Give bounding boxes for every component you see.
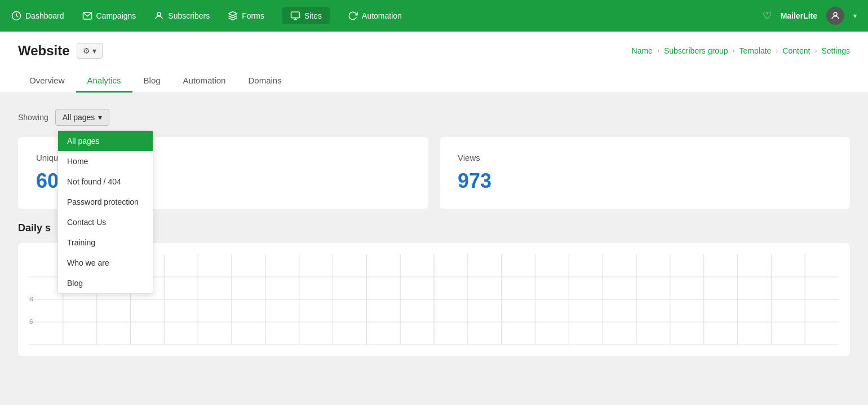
layers-icon — [228, 11, 238, 21]
breadcrumb-settings[interactable]: Settings — [821, 46, 850, 55]
dropdown-item-blog[interactable]: Blog — [58, 273, 153, 293]
nav-item-automation[interactable]: Automation — [348, 7, 402, 24]
gear-dropdown-chevron: ▾ — [92, 46, 96, 55]
dropdown-item-home[interactable]: Home — [58, 151, 153, 171]
dropdown-item-all-pages[interactable]: All pages — [58, 131, 153, 151]
nav-label-campaigns: Campaigns — [96, 11, 136, 20]
tab-automation[interactable]: Automation — [172, 70, 237, 93]
svg-point-2 — [157, 12, 161, 16]
nav-left: Dashboard Campaigns Subscribers Forms — [11, 7, 402, 24]
showing-label: Showing — [18, 113, 48, 122]
breadcrumb-subscribers-group[interactable]: Subscribers group — [664, 46, 728, 55]
tab-blog[interactable]: Blog — [132, 70, 172, 93]
avatar[interactable] — [826, 7, 844, 25]
dropdown-item-who-we-are[interactable]: Who we are — [58, 253, 153, 273]
stat-card-views: Views 973 — [440, 137, 850, 209]
dropdown-selected-label: All pages — [63, 113, 95, 122]
nav-label-subscribers: Subscribers — [168, 11, 210, 20]
dropdown-item-training[interactable]: Training — [58, 232, 153, 253]
nav-item-campaigns[interactable]: Campaigns — [82, 7, 136, 24]
clock-icon — [11, 11, 21, 21]
svg-marker-3 — [229, 12, 237, 16]
breadcrumb-sep-3: › — [776, 47, 778, 55]
nav-item-subscribers[interactable]: Subscribers — [154, 7, 210, 24]
sub-tabs: Overview Analytics Blog Automation Domai… — [18, 70, 850, 93]
mail-icon — [82, 11, 92, 21]
page-header: Website ⚙ ▾ Name › Subscribers group › T… — [0, 32, 868, 93]
nav-label-dashboard: Dashboard — [25, 11, 64, 20]
svg-point-7 — [834, 12, 837, 16]
account-chevron-icon[interactable]: ▾ — [853, 12, 857, 20]
breadcrumb-name[interactable]: Name — [632, 46, 653, 55]
pages-dropdown-menu: All pages Home Not found / 404 Password … — [57, 130, 153, 294]
nav-label-sites: Sites — [304, 11, 322, 20]
page-header-top: Website ⚙ ▾ Name › Subscribers group › T… — [18, 43, 850, 59]
page-title: Website — [18, 43, 70, 59]
nav-right: ♡ MailerLite ▾ — [763, 7, 857, 25]
breadcrumb-sep-4: › — [814, 47, 817, 55]
nav-label-automation: Automation — [362, 11, 402, 20]
tab-domains[interactable]: Domains — [237, 70, 293, 93]
heart-icon[interactable]: ♡ — [763, 10, 772, 22]
tab-overview[interactable]: Overview — [18, 70, 76, 93]
showing-row: Showing All pages ▾ All pages Home Not f… — [18, 109, 850, 126]
stat-value-views: 973 — [458, 169, 832, 193]
dropdown-item-contact-us[interactable]: Contact Us — [58, 212, 153, 232]
main-content: Showing All pages ▾ All pages Home Not f… — [0, 93, 868, 405]
top-navigation: Dashboard Campaigns Subscribers Forms — [0, 0, 868, 32]
breadcrumb-sep-2: › — [733, 47, 735, 55]
nav-item-sites[interactable]: Sites — [282, 7, 330, 24]
content-area: Showing All pages ▾ All pages Home Not f… — [0, 93, 868, 383]
dropdown-item-not-found[interactable]: Not found / 404 — [58, 171, 153, 192]
nav-item-forms[interactable]: Forms — [228, 7, 264, 24]
nav-label-forms: Forms — [242, 11, 264, 20]
user-icon — [154, 11, 164, 21]
nav-item-dashboard[interactable]: Dashboard — [11, 7, 64, 24]
refresh-icon — [348, 11, 358, 21]
svg-text:6: 6 — [29, 319, 33, 325]
breadcrumb: Name › Subscribers group › Template › Co… — [632, 46, 850, 55]
dropdown-item-password-protection[interactable]: Password protection — [58, 192, 153, 212]
breadcrumb-sep-1: › — [657, 47, 659, 55]
breadcrumb-content[interactable]: Content — [782, 46, 810, 55]
brand-label: MailerLite — [781, 11, 817, 20]
svg-rect-4 — [291, 12, 299, 18]
svg-text:8: 8 — [29, 296, 33, 302]
breadcrumb-template[interactable]: Template — [739, 46, 772, 55]
dropdown-chevron-icon: ▾ — [98, 113, 102, 122]
tab-analytics[interactable]: Analytics — [76, 70, 132, 93]
gear-icon: ⚙ — [83, 46, 90, 55]
page-title-area: Website ⚙ ▾ — [18, 43, 103, 59]
monitor-icon — [290, 11, 300, 21]
pages-dropdown-button[interactable]: All pages ▾ — [55, 109, 110, 126]
settings-gear-button[interactable]: ⚙ ▾ — [77, 43, 103, 59]
stat-label-views: Views — [458, 153, 832, 162]
